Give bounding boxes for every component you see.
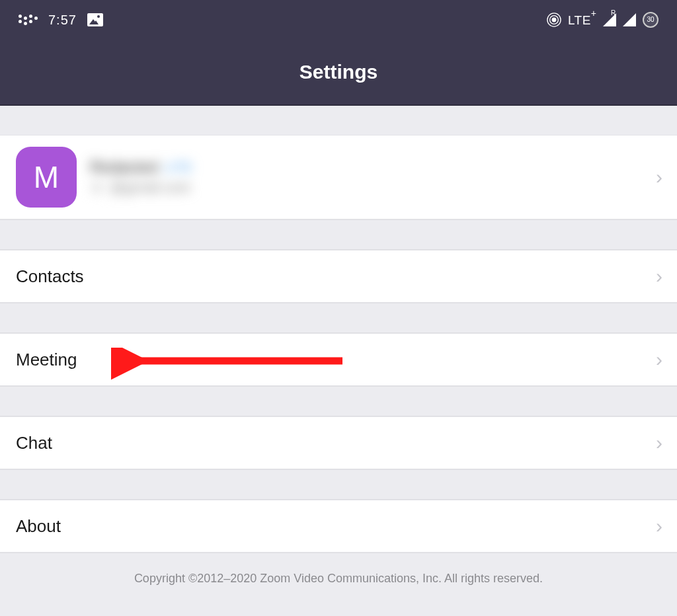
section-gap [0,219,677,250]
profile-row[interactable]: M Redacted LITE G @gmail.com › [0,135,677,219]
status-right: LTE+ R 30 [547,12,658,28]
contacts-label: Contacts [16,266,84,287]
status-clock: 7:57 [48,13,77,28]
gallery-icon [87,13,103,26]
app-header: Settings [0,40,677,106]
chevron-right-icon: › [656,515,662,537]
section-gap [0,106,677,135]
google-icon: G [90,180,104,195]
about-label: About [16,516,61,537]
avatar-letter: M [34,159,59,195]
hotspot-icon [547,13,561,27]
chevron-right-icon: › [656,432,662,454]
chat-row[interactable]: Chat › [0,416,677,469]
chevron-right-icon: › [656,348,662,371]
profile-name-text: Redacted [90,158,158,176]
signal-icon-roaming: R [623,13,636,26]
chevron-right-icon: › [656,265,662,288]
chat-label: Chat [16,433,52,453]
svg-point-0 [552,18,556,22]
meeting-label: Meeting [16,350,77,370]
status-left: 7:57 [19,13,103,28]
avatar: M [16,147,77,208]
profile-badge: LITE [165,160,192,175]
profile-email-text: @gmail.com [110,179,191,196]
profile-info: Redacted LITE G @gmail.com [90,158,661,196]
battery-icon: 30 [643,12,658,28]
about-row[interactable]: About › [0,500,677,553]
footer-copyright: Copyright ©2012–2020 Zoom Video Communic… [0,553,677,604]
meeting-row[interactable]: Meeting › [0,333,677,386]
section-gap [0,303,677,333]
chevron-right-icon: › [656,166,662,188]
network-label: LTE+ [568,12,596,28]
page-title: Settings [299,61,378,83]
blackberry-icon [19,15,38,25]
contacts-row[interactable]: Contacts › [0,250,677,303]
section-gap [0,469,677,500]
section-gap [0,386,677,416]
status-bar: 7:57 LTE+ R 30 [0,0,677,40]
settings-content: M Redacted LITE G @gmail.com › Contacts … [0,106,677,604]
